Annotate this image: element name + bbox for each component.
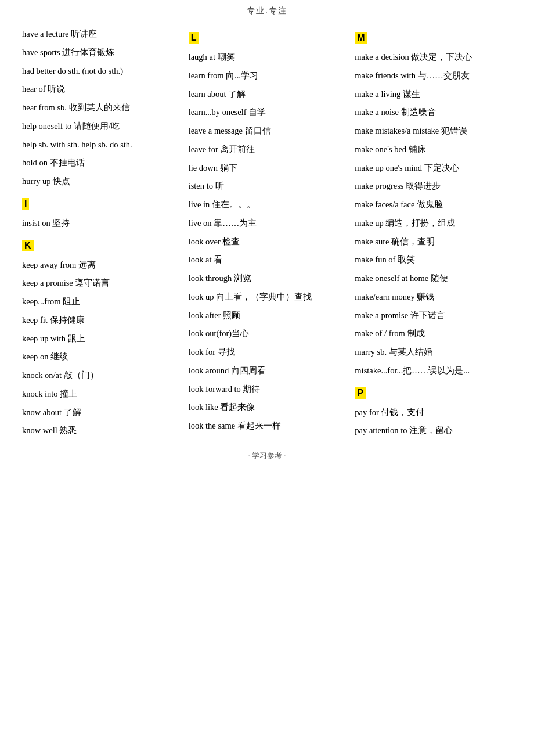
entry: live on 靠……为主 (189, 214, 346, 233)
entry: make progress 取得进步 (355, 177, 512, 196)
section-letter-i: I (22, 198, 29, 210)
page-header: 专业.专注 (0, 0, 534, 20)
entry: lie down 躺下 (189, 159, 346, 178)
section-header-p: P (355, 380, 512, 404)
entry: look forward to 期待 (189, 380, 346, 399)
entry: look through 浏览 (189, 269, 346, 288)
entry: look like 看起来像 (189, 398, 346, 417)
entry: isten to 听 (189, 177, 346, 196)
entry: know about 了解 (22, 404, 179, 422)
section-letter-p: P (355, 387, 366, 399)
entry: learn from 向...学习 (189, 67, 346, 85)
section-letter-l: L (189, 32, 199, 44)
page-footer: · 学习参考 · (0, 446, 534, 463)
entry: insist on 坚持 (22, 214, 179, 233)
entry: keep up with 跟上 (22, 330, 179, 348)
entry: knock on/at 敲（门） (22, 366, 179, 385)
entry: hold on 不挂电话 (22, 154, 179, 172)
section-letter-k: K (22, 240, 34, 251)
entry: make mistakes/a mistake 犯错误 (355, 122, 512, 141)
entry: look around 向四周看 (189, 362, 346, 380)
entry: make fun of 取笑 (355, 251, 512, 269)
footer-text: · 学习参考 · (248, 451, 286, 460)
entry: make a living 谋生 (355, 85, 512, 104)
entry: mistake...for...把……误以为是... (355, 362, 512, 380)
entry: make/earn money 赚钱 (355, 288, 512, 307)
entry: make one's bed 铺床 (355, 141, 512, 159)
entry: hurry up 快点 (22, 172, 179, 191)
entry: leave a message 留口信 (189, 122, 346, 141)
entry: look out(for)当心 (189, 325, 346, 343)
entry: leave for 离开前往 (189, 141, 346, 159)
entry: keep away from 远离 (22, 256, 179, 275)
entry: look the same 看起来一样 (189, 417, 346, 435)
entry: look over 检查 (189, 233, 346, 251)
entry: make up 编造，打扮，组成 (355, 214, 512, 233)
entry: make up one's mind 下定决心 (355, 159, 512, 178)
entry: pay for 付钱，支付 (355, 404, 512, 422)
section-header-l: L (189, 25, 346, 48)
entry: look at 看 (189, 251, 346, 269)
entry: make of / from 制成 (355, 325, 512, 343)
entry: live in 住在。。。 (189, 196, 346, 214)
section-header-k: K (22, 233, 179, 256)
column-3: Mmake a decision 做决定，下决心make friends wit… (350, 25, 517, 440)
entry: make oneself at home 随便 (355, 269, 512, 288)
entry: keep fit 保持健康 (22, 311, 179, 330)
entry: make a noise 制造噪音 (355, 103, 512, 122)
entry: make faces/a face 做鬼脸 (355, 196, 512, 214)
entry: keep on 继续 (22, 348, 179, 366)
entry: help oneself to 请随便用/吃 (22, 117, 179, 136)
section-letter-m: M (355, 32, 367, 44)
entry: learn about 了解 (189, 85, 346, 104)
entry: knock into 撞上 (22, 385, 179, 404)
entry: make sure 确信，查明 (355, 233, 512, 251)
entry: learn...by oneself 自学 (189, 103, 346, 122)
entry: have sports 进行体育锻炼 (22, 44, 179, 62)
entry: help sb. with sth. help sb. do sth. (22, 136, 179, 154)
main-content: have a lecture 听讲座have sports 进行体育锻炼had … (0, 20, 534, 446)
entry: keep a promise 遵守诺言 (22, 274, 179, 293)
entry: look after 照顾 (189, 307, 346, 325)
entry: make friends with 与……交朋友 (355, 67, 512, 85)
section-header-i: I (22, 191, 179, 214)
entry: know well 熟悉 (22, 422, 179, 440)
entry: look up 向上看，（字典中）查找 (189, 288, 346, 307)
entry: marry sb. 与某人结婚 (355, 343, 512, 362)
entry: make a promise 许下诺言 (355, 307, 512, 325)
column-1: have a lecture 听讲座have sports 进行体育锻炼had … (17, 25, 184, 440)
entry: had better do sth. (not do sth.) (22, 62, 179, 81)
entry: look for 寻找 (189, 343, 346, 362)
entry: laugh at 嘲笑 (189, 48, 346, 67)
entry: make a decision 做决定，下决心 (355, 48, 512, 67)
header-title: 专业.专注 (247, 6, 287, 15)
entry: pay attention to 注意，留心 (355, 422, 512, 440)
column-2: Llaugh at 嘲笑learn from 向...学习learn about… (184, 25, 351, 440)
entry: hear of 听说 (22, 80, 179, 99)
entry: hear from sb. 收到某人的来信 (22, 99, 179, 117)
entry: keep...from 阻止 (22, 293, 179, 311)
entry: have a lecture 听讲座 (22, 25, 179, 44)
section-header-m: M (355, 25, 512, 48)
